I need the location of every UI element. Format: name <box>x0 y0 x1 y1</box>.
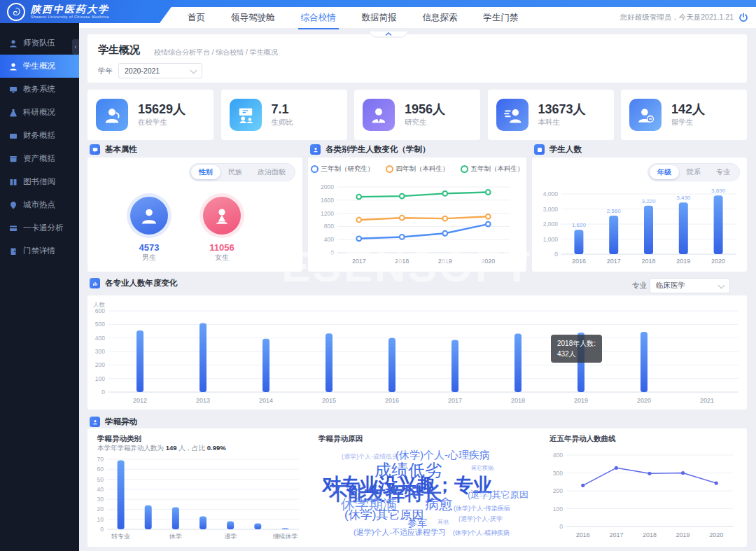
svg-text:2014: 2014 <box>259 397 273 404</box>
basic-tab-1[interactable]: 民族 <box>220 165 250 179</box>
change-reasons-wordcloud[interactable]: (退学)个人-成绩低劣(休学)个人-心理疾病其它疾病成绩低劣对专业没兴趣；专业不… <box>318 444 544 545</box>
sidebar-item-1[interactable]: 学生概况 <box>0 55 79 78</box>
sidebar-item-4[interactable]: 财务概括 <box>0 124 79 147</box>
change-panel: 学籍异动类别 本学年学籍异动人数为 149 人，占比 0.99% 0102030… <box>88 428 747 547</box>
programs-line-chart[interactable]: 04008001200160020002017201820192020 <box>315 181 519 270</box>
svg-text:2021: 2021 <box>700 397 714 404</box>
sidebar-item-label: 科研概况 <box>23 107 55 118</box>
svg-text:4,000: 4,000 <box>543 190 559 197</box>
section-change-header: 学籍异动 <box>90 417 137 427</box>
svg-text:800: 800 <box>324 223 334 230</box>
sidebar-item-2[interactable]: 教务系统 <box>0 78 79 101</box>
nav-item-1[interactable]: 领导驾驶舱 <box>231 12 275 24</box>
stat-label: 在校学生 <box>138 118 186 127</box>
svg-text:3,000: 3,000 <box>543 206 559 213</box>
undergrad-icon <box>496 99 528 131</box>
svg-text:2017: 2017 <box>448 397 462 404</box>
svg-text:2018: 2018 <box>643 531 657 538</box>
svg-text:1600: 1600 <box>321 197 334 204</box>
svg-text:600: 600 <box>95 307 105 314</box>
legend-item-0[interactable]: 三年制（研究生） <box>311 165 374 174</box>
svg-text:2016: 2016 <box>385 397 399 404</box>
programs-section-title: 各类别学生人数变化（学制） <box>326 144 430 155</box>
svg-text:2018: 2018 <box>511 397 525 404</box>
stat-value: 142人 <box>671 102 705 117</box>
year-select-value: 2020-2021 <box>125 67 160 75</box>
change-trend-line-chart[interactable]: 010020030040020162017201820192020 <box>548 448 741 543</box>
svg-text:500: 500 <box>95 321 105 328</box>
nav-item-2[interactable]: 综合校情 <box>301 12 336 24</box>
sidebar-item-9[interactable]: 门禁详情 <box>0 239 79 263</box>
wordcloud-word-11: (退学)个人-厌学 <box>458 516 503 522</box>
nav-item-3[interactable]: 数据简报 <box>362 12 397 24</box>
female-circle <box>200 193 244 238</box>
card-icon <box>9 224 18 232</box>
chevron-down-icon <box>190 67 197 74</box>
stat-card-4: 142人留学生 <box>621 90 747 140</box>
count-tab-0[interactable]: 年级 <box>650 165 679 179</box>
university-name-en: Shaanxi University of Chinese Medicine <box>31 15 109 19</box>
wordcloud-word-0: (退学)个人-成绩低劣 <box>342 454 398 460</box>
count-section-title: 学生人数 <box>550 144 582 155</box>
svg-text:1200: 1200 <box>321 210 334 217</box>
male-label: 男生 <box>118 253 181 263</box>
change-types-bar-chart[interactable]: 010203040506070转专业休学退学继续休学 <box>92 454 304 545</box>
major-section-icon <box>90 278 100 288</box>
person-icon <box>9 62 18 71</box>
wordcloud-word-2: 其它疾病 <box>471 466 493 471</box>
sidebar-item-7[interactable]: 城市热点 <box>0 193 79 216</box>
count-bar-chart[interactable]: 01,0002,0003,0004,0002016201720182019202… <box>538 184 741 270</box>
logout-power-icon[interactable] <box>738 13 748 25</box>
count-tabs: 年级院系专业 <box>648 163 740 181</box>
international-icon <box>629 99 662 131</box>
sidebar-menu: 师资队伍学生概况教务系统科研概况财务概括资产概括图书借阅城市热点一卡通分析门禁详… <box>0 32 79 263</box>
legend-item-1[interactable]: 四年制（本科生） <box>386 165 449 174</box>
svg-text:400: 400 <box>553 452 563 459</box>
nav-item-4[interactable]: 信息探索 <box>423 12 458 24</box>
svg-text:2,000: 2,000 <box>543 221 559 228</box>
nav-item-5[interactable]: 学生门禁 <box>484 12 519 24</box>
svg-text:2000: 2000 <box>321 183 334 190</box>
stat-label: 留学生 <box>671 118 705 127</box>
ratio-icon <box>230 99 262 131</box>
sidebar-item-8[interactable]: 一卡通分析 <box>0 216 79 239</box>
basic-tab-2[interactable]: 政治面貌 <box>250 165 293 179</box>
wordcloud-word-13: 其他 <box>438 519 449 525</box>
year-select[interactable]: 2020-2021 <box>118 63 202 78</box>
major-section-title: 各专业人数年度变化 <box>105 278 178 288</box>
svg-text:40: 40 <box>97 486 104 493</box>
nav-collapse-handle[interactable] <box>367 28 410 41</box>
legend-item-2[interactable]: 五年制（本科生） <box>461 165 524 174</box>
sidebar-item-3[interactable]: 科研概况 <box>0 101 79 124</box>
sidebar-item-5[interactable]: 资产概括 <box>0 147 79 170</box>
programs-section-icon <box>310 144 321 155</box>
svg-text:继续休学: 继续休学 <box>272 533 298 540</box>
svg-text:2019: 2019 <box>676 531 690 538</box>
university-name: 陕西中医药大学 <box>31 4 109 15</box>
sidebar-item-6[interactable]: 图书借阅 <box>0 170 79 193</box>
male-circle <box>127 193 172 238</box>
sidebar-item-0[interactable]: 师资队伍 <box>0 32 79 55</box>
svg-text:退学: 退学 <box>224 533 237 540</box>
svg-text:3,220: 3,220 <box>641 198 656 204</box>
wordcloud-word-8: 病愈 <box>425 497 453 511</box>
hotspot-icon <box>9 201 18 209</box>
major-select[interactable]: 临床医学 <box>650 278 730 293</box>
nav-item-0[interactable]: 首页 <box>188 12 205 24</box>
sidebar: ‹ 师资队伍学生概况教务系统科研概况财务概括资产概括图书借阅城市热点一卡通分析门… <box>0 23 79 551</box>
svg-text:2016: 2016 <box>572 258 586 265</box>
change-trend-title: 近五年异动人数曲线 <box>550 434 616 444</box>
breadcrumb: 校情综合分析平台 / 综合校情 / 学生概况 <box>154 48 278 57</box>
person-icon <box>9 39 18 48</box>
count-tab-2[interactable]: 专业 <box>708 165 738 179</box>
svg-text:2013: 2013 <box>196 397 210 404</box>
svg-text:2019: 2019 <box>438 258 452 265</box>
basic-tab-0[interactable]: 性别 <box>191 165 220 179</box>
svg-text:300: 300 <box>553 470 563 477</box>
wordcloud-word-6: (退学)其它原因 <box>468 490 528 499</box>
tooltip-line1: 2018年人数: <box>557 338 596 349</box>
stat-label: 本科生 <box>538 118 586 127</box>
svg-text:0: 0 <box>554 251 558 258</box>
major-bar-chart[interactable]: 0100200300400500600人数2012201320142015201… <box>88 300 747 409</box>
count-tab-1[interactable]: 院系 <box>679 165 708 179</box>
